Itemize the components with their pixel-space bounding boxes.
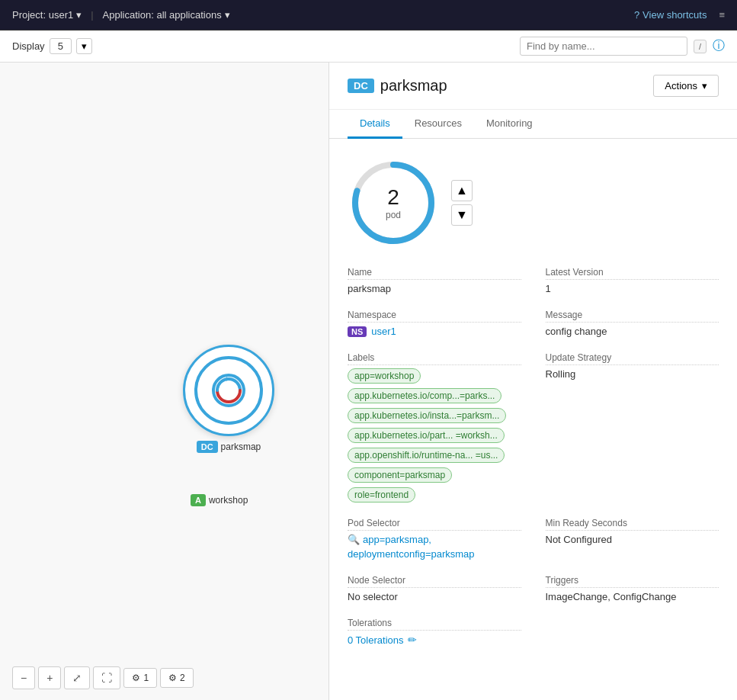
parksmap-label-bar: DC parksmap — [183, 441, 274, 453]
parksmap-node-circle[interactable] — [183, 345, 274, 436]
latest-version-label: Latest Version — [546, 267, 719, 280]
pod-circle-text: 2 pod — [386, 185, 401, 220]
project-label: Project: user1 — [12, 9, 73, 21]
edit-icon[interactable]: ✏ — [408, 634, 417, 646]
view-shortcuts-link[interactable]: ? View shortcuts — [634, 9, 707, 21]
count2-val: 2 — [180, 673, 185, 683]
list-icon[interactable]: ≡ — [719, 9, 725, 21]
search-icon: 🔍 — [348, 534, 360, 545]
detail-dc-badge: DC — [348, 79, 374, 93]
search-bar: / ⓘ — [520, 37, 725, 56]
actions-button[interactable]: Actions ▾ — [653, 75, 719, 97]
pod-selector-section: Pod Selector 🔍 app=parksmap, deploymentc… — [348, 518, 521, 560]
detail-content: 2 pod ▲ ▼ Name parksmap Latest — [329, 139, 737, 664]
pod-selector-value-2: deploymentconfig=parksmap — [348, 548, 475, 560]
zoom-in-button[interactable]: + — [38, 666, 61, 689]
pod-selector-label: Pod Selector — [348, 518, 521, 531]
topology-canvas[interactable]: DC parksmap A workshop — [0, 63, 328, 700]
min-ready-seconds-section: Min Ready Seconds Not Configured — [546, 518, 719, 560]
pod-count-section: 2 pod ▲ ▼ — [348, 157, 719, 249]
name-value: parksmap — [348, 283, 521, 294]
pod-selector-link[interactable]: 🔍 app=parksmap, deploymentconfig=parksma… — [348, 534, 521, 560]
count1-val: 1 — [143, 673, 149, 683]
label-tag-1[interactable]: app.kubernetes.io/comp...=parks... — [348, 388, 501, 403]
triggers-section: Triggers ImageChange, ConfigChange — [546, 575, 719, 602]
question-icon: ? — [634, 9, 639, 21]
label-tag-3[interactable]: app.kubernetes.io/part... =worksh... — [348, 428, 505, 443]
expand-button[interactable]: ⛶ — [93, 666, 120, 689]
pod-selector-value-1: app=parksmap, — [363, 534, 431, 545]
labels-section: Labels app=workshop app.kubernetes.io/co… — [348, 352, 521, 503]
node-selector-label: Node Selector — [348, 575, 521, 588]
project-dropdown-icon: ▾ — [76, 9, 82, 21]
topo-count-2-button[interactable]: ⚙ 2 — [160, 668, 194, 688]
parksmap-node-label: parksmap — [221, 442, 261, 452]
node-selector-section: Node Selector No selector — [348, 575, 521, 602]
zoom-out-button[interactable]: − — [12, 666, 35, 689]
label-tags: app=workshop app.kubernetes.io/comp...=p… — [348, 368, 521, 503]
triggers-label: Triggers — [546, 575, 719, 588]
display-dropdown-btn[interactable]: ▾ — [76, 38, 92, 54]
fit-to-screen-button[interactable]: ⤢ — [64, 666, 90, 689]
name-section: Name parksmap — [348, 267, 521, 294]
update-strategy-section: Update Strategy Rolling — [546, 352, 719, 503]
actions-dropdown-icon: ▾ — [702, 80, 707, 92]
pod-number: 2 — [386, 185, 401, 210]
pod-label: pod — [386, 210, 401, 220]
tab-resources[interactable]: Resources — [402, 110, 474, 139]
top-bar: Project: user1 ▾ | Application: all appl… — [0, 0, 737, 31]
min-ready-seconds-value: Not Configured — [546, 534, 719, 545]
topology-node-workshop[interactable]: A workshop — [191, 490, 248, 506]
topology-node-parksmap[interactable]: DC parksmap — [183, 345, 274, 453]
second-bar: Display 5 ▾ / ⓘ — [0, 31, 737, 63]
pod-controls: ▲ ▼ — [451, 180, 473, 226]
tab-details[interactable]: Details — [348, 110, 402, 139]
parksmap-sync-icon — [210, 371, 248, 409]
workshop-label-bar: A workshop — [191, 494, 248, 506]
pod-increase-button[interactable]: ▲ — [451, 180, 473, 201]
name-label: Name — [348, 267, 521, 280]
label-tag-0[interactable]: app=workshop — [348, 368, 421, 384]
label-tag-2[interactable]: app.kubernetes.io/insta...=parksm... — [348, 408, 506, 423]
triggers-value: ImageChange, ConfigChange — [546, 591, 719, 602]
message-section: Message config change — [546, 310, 719, 337]
pod-decrease-button[interactable]: ▼ — [451, 204, 473, 226]
info-grid: Name parksmap Latest Version 1 Namespace… — [348, 267, 719, 646]
workshop-a-badge: A — [191, 494, 206, 506]
labels-label: Labels — [348, 352, 521, 365]
detail-title: DC parksmap — [348, 77, 447, 95]
min-ready-seconds-label: Min Ready Seconds — [546, 518, 719, 531]
label-tag-5[interactable]: component=parksmap — [348, 467, 452, 483]
search-shortcut: / — [694, 40, 707, 53]
latest-version-section: Latest Version 1 — [546, 267, 719, 294]
detail-panel: DC parksmap Actions ▾ Details Resources … — [329, 63, 737, 700]
count2-icon: ⚙ — [168, 673, 177, 683]
detail-app-name: parksmap — [380, 77, 447, 95]
namespace-label: Namespace — [348, 310, 521, 323]
label-tag-6[interactable]: role=frontend — [348, 487, 415, 503]
detail-header: DC parksmap Actions ▾ — [329, 63, 737, 110]
view-shortcuts-label: View shortcuts — [642, 9, 707, 21]
message-value: config change — [546, 326, 719, 337]
parksmap-dc-badge: DC — [197, 441, 218, 453]
app-selector[interactable]: Application: all applications ▾ — [103, 9, 230, 21]
app-label: Application: all applications — [103, 9, 222, 21]
zoom-controls: − + ⤢ ⛶ ⚙ 1 ⚙ 2 — [12, 666, 194, 689]
separator: | — [91, 9, 93, 21]
top-bar-left: Project: user1 ▾ | Application: all appl… — [12, 9, 230, 21]
latest-version-value: 1 — [546, 283, 719, 294]
label-tag-4[interactable]: app.openshift.io/runtime-na... =us... — [348, 448, 505, 463]
tolerations-label: Tolerations — [348, 618, 521, 631]
tabs: Details Resources Monitoring — [329, 110, 737, 139]
parksmap-node-inner — [194, 356, 263, 425]
pod-circle: 2 pod — [348, 157, 439, 249]
ns-link[interactable]: user1 — [371, 326, 396, 337]
namespace-section: Namespace NS user1 — [348, 310, 521, 337]
topo-count-1-button[interactable]: ⚙ 1 — [123, 668, 157, 688]
info-icon[interactable]: ⓘ — [713, 38, 725, 54]
tab-monitoring[interactable]: Monitoring — [474, 110, 545, 139]
tolerations-link[interactable]: 0 Tolerations ✏ — [348, 634, 521, 646]
search-input[interactable] — [520, 37, 687, 56]
project-selector[interactable]: Project: user1 ▾ — [12, 9, 82, 21]
count1-icon: ⚙ — [132, 673, 140, 683]
